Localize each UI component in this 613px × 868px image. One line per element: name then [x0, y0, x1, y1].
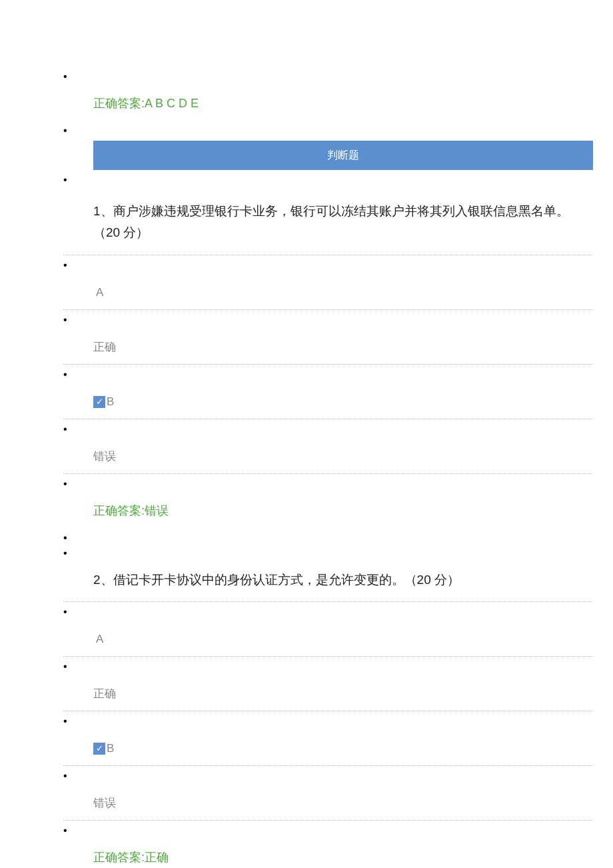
answer-label: 正确答案: [93, 97, 145, 110]
option-label: A [93, 633, 103, 645]
option-text: 错误 [93, 450, 116, 463]
question-text-content: 借记卡开卡协议中的身份认证方式，是允许变更的。 [113, 573, 404, 587]
option-text: 正确 [93, 341, 116, 353]
bullet-spacer [63, 602, 593, 622]
bullet-spacer [63, 766, 593, 786]
bullet-spacer [63, 255, 593, 275]
question-2-option-a-label: A [63, 622, 593, 657]
bullet-spacer [63, 365, 593, 385]
section-header-row: 判断题 [63, 141, 593, 170]
answer-label: 正确答案: [93, 851, 145, 864]
question-1-option-a-label: A [63, 275, 593, 310]
option-label: A [93, 286, 103, 299]
question-2: 2、借记卡开卡协议中的身份认证方式，是允许变更的。（20 分） [63, 559, 593, 602]
answer-value: 错误 [145, 504, 169, 517]
question-1-answer: 正确答案:错误 [63, 494, 593, 528]
bullet-spacer [63, 474, 593, 494]
question-2-option-b-label[interactable]: ✓B [63, 731, 593, 766]
question-text-content: 商户涉嫌违规受理银行卡业务，银行可以冻结其账户并将其列入银联信息黑名单。 [113, 204, 569, 218]
previous-answer-row: 正确答案:A B C D E [63, 87, 593, 121]
question-2-answer: 正确答案:正确 [63, 841, 593, 868]
check-icon: ✓ [93, 743, 105, 755]
answer-value: 正确 [145, 851, 169, 864]
bullet-spacer [63, 711, 593, 731]
bullet-spacer [63, 170, 593, 190]
section-header: 判断题 [93, 141, 593, 170]
option-label: B [107, 395, 114, 408]
bullet-spacer [63, 419, 593, 439]
question-2-option-a-text: 正确 [63, 677, 593, 711]
question-1-option-b-text: 错误 [63, 439, 593, 474]
answer-value: A B C D E [145, 97, 199, 110]
question-1-option-b-label[interactable]: ✓B [63, 385, 593, 419]
question-1-option-a-text: 正确 [63, 330, 593, 365]
question-1: 1、商户涉嫌违规受理银行卡业务，银行可以冻结其账户并将其列入银联信息黑名单。（2… [63, 190, 593, 255]
question-points: （20 分） [93, 225, 149, 239]
option-label: B [107, 742, 114, 755]
question-number: 2、 [93, 573, 113, 587]
bullet-spacer [63, 67, 593, 87]
bullet-spacer [63, 528, 593, 548]
bullet-spacer [63, 548, 593, 559]
question-2-option-b-text: 错误 [63, 786, 593, 821]
answer-label: 正确答案: [93, 504, 145, 517]
bullet-spacer [63, 121, 593, 141]
bullet-spacer [63, 310, 593, 330]
option-text: 正确 [93, 687, 116, 700]
check-icon: ✓ [93, 396, 105, 408]
bullet-spacer [63, 657, 593, 677]
question-points: （20 分） [404, 573, 460, 587]
bullet-spacer [63, 821, 593, 841]
option-text: 错误 [93, 797, 116, 809]
question-number: 1、 [93, 204, 113, 218]
